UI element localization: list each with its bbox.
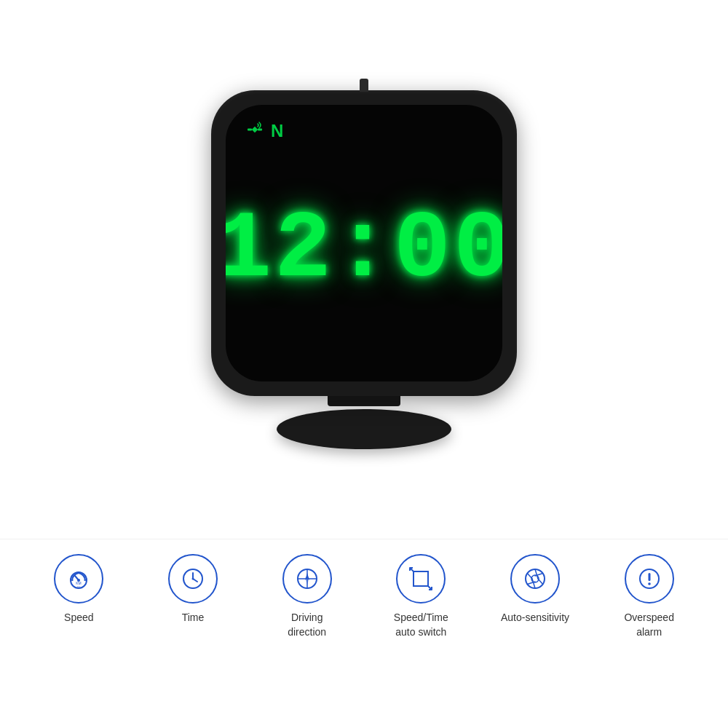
feature-item-overspeed-alarm: Overspeedalarm (592, 554, 706, 639)
screen-top-bar: N (246, 121, 283, 141)
svg-point-14 (191, 578, 194, 580)
auto-sensitivity-label: Auto-sensitivity (501, 611, 569, 625)
auto-switch-icon (408, 566, 434, 592)
feature-item-time: Time (136, 554, 250, 625)
overspeed-alarm-icon (636, 566, 662, 592)
satellite-icon (246, 121, 264, 141)
device-screen: N 12:00 (226, 105, 502, 381)
svg-rect-32 (648, 573, 650, 581)
feature-item-auto-sensitivity: Auto-sensitivity (478, 554, 593, 625)
svg-rect-2 (258, 128, 262, 130)
time-display: 12:00 (226, 203, 502, 298)
speed-icon-wrapper: KM /H (54, 554, 103, 604)
device-top-button (360, 79, 368, 92)
auto-sensitivity-icon-wrapper (510, 554, 560, 604)
time-label: Time (182, 611, 205, 625)
time-icon (180, 566, 206, 592)
svg-rect-1 (248, 128, 252, 130)
feature-item-driving-direction: Drivingdirection (250, 554, 364, 639)
feature-item-auto-switch: Speed/Timeauto switch (364, 554, 478, 639)
speed-label: Speed (64, 611, 93, 625)
svg-text:/H: /H (77, 585, 80, 589)
device-base (277, 409, 451, 449)
device-body: N 12:00 (211, 90, 517, 396)
svg-rect-0 (252, 126, 258, 132)
svg-line-24 (535, 569, 538, 579)
feature-item-speed: KM /H Speed (22, 554, 136, 625)
svg-point-23 (526, 569, 545, 588)
features-row: KM /H Speed Time (0, 554, 728, 639)
overspeed-alarm-label: Overspeedalarm (624, 611, 673, 639)
driving-direction-icon (294, 566, 320, 592)
features-section: KM /H Speed Time (0, 539, 728, 728)
time-icon-wrapper (168, 554, 218, 604)
driving-direction-icon-wrapper (282, 554, 332, 604)
svg-rect-20 (414, 571, 428, 586)
device-stand (328, 395, 400, 406)
svg-line-27 (532, 579, 535, 588)
compass-direction: N (271, 121, 283, 141)
overspeed-alarm-icon-wrapper (625, 554, 674, 604)
speed-icon: KM /H (66, 566, 92, 592)
auto-switch-label: Speed/Timeauto switch (394, 611, 448, 639)
driving-direction-label: Drivingdirection (288, 611, 326, 639)
auto-switch-icon-wrapper (396, 554, 446, 604)
product-section: N 12:00 (0, 0, 728, 539)
device-wrapper: N 12:00 (211, 90, 517, 449)
auto-sensitivity-icon (522, 566, 548, 592)
svg-point-33 (648, 582, 651, 585)
